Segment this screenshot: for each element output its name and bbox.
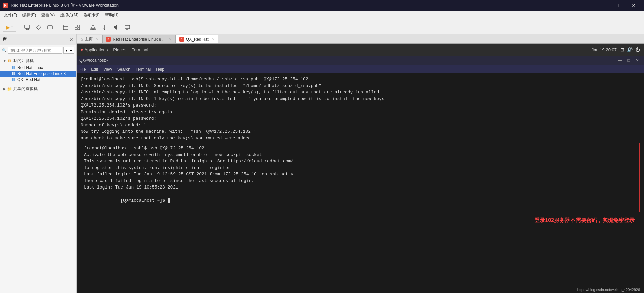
tab-label-rhe: Red Hat Enterprise Linux 8 ...: [113, 37, 165, 42]
sidebar: 库 ✕ 🔍 ▾ ▼ 🖥 我的计算机 🖥 Red Hat L: [0, 34, 77, 293]
term-h-line-9: Last login: Tue Jan 19 10:55:28 2021: [84, 184, 637, 191]
snapshot-button[interactable]: [34, 23, 44, 32]
tab-qx-red-hat[interactable]: R QX_Red Hat ✕: [176, 35, 218, 43]
term-line-9: Number of key(s) added: 1: [81, 122, 640, 129]
terminal-menu-help[interactable]: Help: [156, 67, 164, 72]
usb-button[interactable]: [99, 23, 109, 32]
full-screen-button[interactable]: [61, 23, 71, 32]
tab-red-hat-enterprise[interactable]: R Red Hat Enterprise Linux 8 ... ✕: [102, 35, 175, 43]
menu-help[interactable]: 帮助(H): [102, 11, 121, 19]
menu-file[interactable]: 文件(F): [1, 11, 20, 19]
term-line-6: Permission denied, please try again.: [81, 109, 640, 116]
terminal-title-bar: QX@localhost:~ — □ ✕: [77, 56, 644, 65]
menu-tabs[interactable]: 选项卡(I): [81, 11, 102, 19]
term-line-4: /usr/bin/ssh-copy-id: INFO: 1 key(s) rem…: [81, 96, 640, 102]
term-h-line-4: This system is not registered to Red Hat…: [84, 158, 637, 165]
term-line-1: [redhat@localhost .ssh]$ ssh-copy-id -i …: [81, 76, 640, 83]
home-tab[interactable]: ⌂ 主页 ✕: [77, 35, 102, 43]
tree-view: ▼ 🖥 我的计算机 🖥 Red Hat Linux 🖥 Red Hat Ente…: [0, 56, 76, 293]
terminal-window: QX@localhost:~ — □ ✕ File Edit View Sear…: [77, 56, 644, 293]
display-button[interactable]: [122, 23, 132, 32]
search-type-select[interactable]: ▾: [63, 47, 74, 54]
term-h-line-5: To register this system, run: insights-c…: [84, 165, 637, 171]
terminal-annotation: 登录102服务器不需要密码，实现免密登录: [81, 214, 640, 227]
svg-rect-7: [75, 25, 77, 27]
terminal-maximize-button[interactable]: □: [625, 57, 633, 64]
red-hat-linux-label: Red Hat Linux: [17, 65, 43, 70]
play-icon: ▶: [6, 25, 10, 30]
applications-menu[interactable]: ● Applications: [81, 47, 108, 52]
terminal-menu-edit[interactable]: Edit: [91, 67, 98, 72]
terminal-menu-bar: File Edit View Search Terminal Help: [77, 65, 644, 73]
terminal-menu-view[interactable]: View: [103, 67, 112, 72]
qx-red-hat-label: QX_Red Hat: [17, 77, 40, 82]
home-icon: ⌂: [80, 37, 83, 42]
terminal-menu-file[interactable]: File: [79, 67, 86, 72]
svg-rect-9: [75, 28, 77, 30]
sidebar-header: 库 ✕: [0, 34, 76, 45]
sidebar-item-red-hat-enterprise[interactable]: 🖥 Red Hat Enterprise Linux 8: [0, 71, 76, 77]
sidebar-title: 库: [3, 37, 7, 42]
terminal-menu-search[interactable]: Search: [117, 67, 130, 72]
terminal-menu[interactable]: Terminal: [132, 47, 148, 52]
menu-view[interactable]: 查看(V): [39, 11, 57, 19]
tab-close-rhe[interactable]: ✕: [169, 37, 172, 41]
vm-tab-icon-qx: R: [179, 37, 184, 42]
unity-button[interactable]: [72, 23, 82, 32]
shared-vms-label: 共享的虚拟机: [13, 86, 38, 92]
minimize-button[interactable]: —: [594, 0, 609, 11]
title-bar: R Red Hat Enterprise Linux 8 64 位 - VMwa…: [0, 0, 644, 11]
sidebar-item-qx-red-hat[interactable]: 🖥 QX_Red Hat: [0, 77, 76, 83]
toolbar: ▶ ▾: [0, 20, 644, 34]
vm-tab-icon: R: [106, 37, 111, 42]
home-tab-close[interactable]: ✕: [96, 37, 99, 41]
svg-rect-10: [78, 28, 80, 30]
search-input[interactable]: [8, 47, 62, 54]
svg-rect-12: [91, 29, 92, 30]
audio-button[interactable]: [111, 23, 121, 32]
terminal-cursor: [168, 198, 170, 203]
sidebar-item-red-hat-linux[interactable]: 🖥 Red Hat Linux: [0, 65, 76, 71]
svg-rect-14: [94, 29, 95, 30]
terminal-output[interactable]: [redhat@localhost .ssh]$ ssh-copy-id -i …: [77, 73, 644, 286]
term-h-line-7: Last failed login: Tue Jan 19 12:59:25 C…: [84, 171, 637, 178]
terminal-highlighted-section: [redhat@localhost .ssh]$ ssh QX@172.25.2…: [81, 143, 640, 212]
places-menu[interactable]: Places: [113, 47, 126, 52]
sidebar-close-button[interactable]: ✕: [69, 37, 73, 42]
network-button[interactable]: [88, 23, 98, 32]
title-bar-left: R Red Hat Enterprise Linux 8 64 位 - VMwa…: [3, 2, 119, 8]
gnome-right: Jan 19 20:07 ⊡ 🔊 ⏻: [592, 47, 640, 52]
folder-icon: 📁: [7, 87, 12, 91]
terminal-minimize-button[interactable]: —: [616, 57, 624, 64]
gnome-clock: Jan 19 20:07: [592, 47, 617, 52]
vmware-icon: R: [3, 3, 8, 8]
term-h-line-2: Activate the web console with: systemctl…: [84, 152, 637, 158]
terminal-menu-terminal[interactable]: Terminal: [136, 67, 151, 72]
menu-vm[interactable]: 虚拟机(M): [57, 11, 81, 19]
toolbar-separator-1: [19, 23, 19, 31]
terminal-close-button[interactable]: ✕: [633, 57, 641, 64]
play-button[interactable]: ▶ ▾: [3, 23, 16, 32]
computer-icon: 🖥: [7, 59, 12, 64]
sidebar-item-my-computer[interactable]: ▼ 🖥 我的计算机: [0, 57, 76, 65]
screen-icon: ⊡: [620, 47, 624, 52]
ctrl-alt-del-button[interactable]: [22, 23, 32, 32]
term-line-7: QX@172.25.254.102's password:: [81, 115, 640, 122]
tab-close-qx[interactable]: ✕: [212, 37, 215, 41]
maximize-button[interactable]: □: [610, 0, 625, 11]
snapshot-manager-button[interactable]: [45, 23, 55, 32]
power-icon: ⏻: [635, 47, 640, 52]
toolbar-separator-3: [85, 23, 85, 31]
close-button[interactable]: ✕: [626, 0, 641, 11]
sidebar-item-shared-vms[interactable]: ▶ 📁 共享的虚拟机: [0, 85, 76, 92]
svg-marker-15: [114, 25, 117, 30]
redhat-icon: ●: [81, 47, 83, 52]
main-content: 库 ✕ 🔍 ▾ ▼ 🖥 我的计算机 🖥 Red Hat L: [0, 34, 644, 293]
window-title: Red Hat Enterprise Linux 8 64 位 - VMware…: [11, 2, 119, 8]
vm-icon: 🖥: [11, 77, 16, 82]
vm-tab-bar: ⌂ 主页 ✕ R Red Hat Enterprise Linux 8 ... …: [77, 34, 644, 44]
vm-icon: 🖥: [11, 71, 16, 76]
my-computer-label: 我的计算机: [13, 58, 34, 64]
menu-edit[interactable]: 编辑(E): [20, 11, 39, 19]
svg-rect-0: [25, 25, 30, 28]
